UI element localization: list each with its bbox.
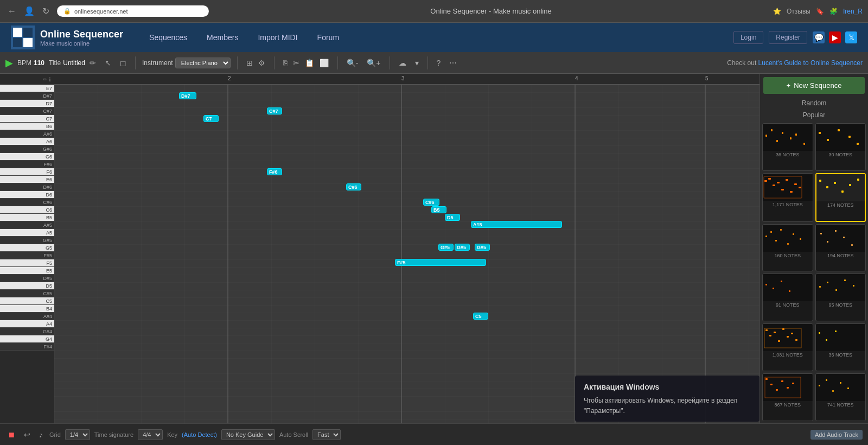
piano-key-d#7[interactable]: D#7 [0, 92, 54, 100]
metronome-button[interactable]: ♪ [37, 429, 45, 440]
help-button[interactable]: ? [435, 58, 443, 68]
loop-button[interactable]: ↩ [22, 429, 33, 440]
note-g#5-3[interactable]: G#5 [475, 244, 490, 251]
piano-key-d#5[interactable]: D#5 [0, 275, 54, 282]
timesig-select[interactable]: 4/4 [138, 429, 163, 440]
piano-key-a#6[interactable]: A#6 [0, 130, 54, 138]
piano-key-c#5[interactable]: C#5 [0, 290, 54, 297]
sequence-thumb-1[interactable]: 36 NOTES [762, 123, 813, 171]
new-sequence-button[interactable]: + New Sequence [763, 77, 865, 94]
piano-key-g4[interactable]: G4 [0, 335, 54, 343]
piano-key-c6[interactable]: C6 [0, 206, 54, 214]
cursor-tool-button[interactable]: ↖ [103, 58, 113, 68]
note-f6-2[interactable]: F#6 [267, 168, 282, 175]
sequence-thumb-5[interactable]: 160 NOTES [762, 224, 813, 272]
note-f#5[interactable]: F#5 [395, 259, 486, 266]
piano-key-c#6[interactable]: C#6 [0, 199, 54, 206]
piano-key-f#5[interactable]: F#5 [0, 252, 54, 259]
eraser-tool-button[interactable]: ◻ [118, 58, 129, 68]
sequence-thumb-12[interactable]: 741 NOTES [815, 373, 866, 421]
copy-button[interactable]: ⎘ [281, 58, 290, 68]
piano-key-f5[interactable]: F5 [0, 259, 54, 267]
note-d#6[interactable]: C#6 [346, 183, 361, 190]
piano-key-a#4[interactable]: A#4 [0, 313, 54, 320]
select-button[interactable]: ⬜ [317, 58, 331, 68]
grid-select[interactable]: 1/4 [65, 429, 90, 440]
note-d5-2[interactable]: D5 [445, 214, 460, 221]
youtube-icon[interactable]: ▶ [829, 31, 841, 43]
note-c#6[interactable]: C#6 [423, 199, 439, 206]
chat-icon[interactable]: 💬 [813, 31, 825, 43]
edit-title-button[interactable]: ✏ [87, 58, 98, 68]
note-d#7[interactable]: D#7 [179, 92, 196, 99]
twitter-icon[interactable]: 𝕏 [845, 31, 857, 43]
note-c#7[interactable]: C#7 [267, 107, 282, 115]
refresh-button[interactable]: ↻ [40, 5, 52, 17]
sequence-thumb-8[interactable]: 95 NOTES [815, 274, 866, 321]
address-bar[interactable]: 🔒 onlinesequencer.net [57, 5, 209, 17]
nav-import-midi[interactable]: Import MIDI [253, 31, 302, 44]
nav-sequences[interactable]: Sequences [145, 31, 192, 44]
piano-key-b6[interactable]: B6 [0, 123, 54, 130]
note-g#5-2[interactable]: G#5 [455, 244, 470, 251]
popular-button[interactable]: Popular [760, 109, 868, 121]
paste-button[interactable]: 📋 [303, 58, 316, 68]
grid-tool-button[interactable]: ⊞ [244, 58, 255, 68]
piano-key-d#6[interactable]: D#6 [0, 183, 54, 191]
piano-key-g5[interactable]: G5 [0, 244, 54, 252]
sequence-thumb-2[interactable]: 30 NOTES [815, 123, 866, 171]
random-button[interactable]: Random [760, 97, 868, 109]
piano-key-e6[interactable]: E6 [0, 176, 54, 183]
piano-key-g#6[interactable]: G#6 [0, 145, 54, 153]
nav-forum[interactable]: Forum [313, 31, 343, 44]
sequence-thumb-11[interactable]: 867 NOTES [762, 373, 813, 421]
scroll-select[interactable]: Fast [312, 429, 341, 440]
piano-key-b5[interactable]: B5 [0, 214, 54, 221]
login-button[interactable]: Login [733, 31, 763, 44]
sequence-thumb-10[interactable]: 36 NOTES [815, 323, 866, 371]
piano-key-d6[interactable]: D6 [0, 191, 54, 199]
piano-key-g#4[interactable]: G#4 [0, 328, 54, 335]
sequence-thumb-7[interactable]: 91 NOTES [762, 274, 813, 321]
profile-button[interactable]: 👤 [22, 5, 37, 17]
note-b5[interactable]: B5 [431, 206, 446, 213]
zoom-out-button[interactable]: 🔍- [344, 58, 361, 68]
note-g#5[interactable]: G#5 [438, 244, 454, 251]
piano-key-g6[interactable]: G6 [0, 153, 54, 161]
piano-key-d5[interactable]: D5 [0, 282, 54, 290]
piano-key-c#7[interactable]: C#7 [0, 107, 54, 115]
piano-key-f#6[interactable]: F#6 [0, 161, 54, 168]
note-a#5[interactable]: A#5 [471, 221, 562, 228]
piano-key-b4[interactable]: B4 [0, 305, 54, 313]
zoom-in-button[interactable]: 🔍+ [365, 58, 382, 68]
sequence-thumb-3[interactable]: 1,171 NOTES [762, 173, 813, 222]
piano-key-f6[interactable]: F6 [0, 168, 54, 176]
piano-key-a5[interactable]: A5 [0, 229, 54, 237]
settings-tool-button[interactable]: ⚙ [256, 58, 267, 68]
upload-button[interactable]: ☁ [397, 58, 409, 68]
piano-key-a#5[interactable]: A#5 [0, 221, 54, 229]
upload-arrow[interactable]: ▾ [413, 58, 421, 68]
key-select[interactable]: No Key Guide [221, 429, 275, 440]
back-button[interactable]: ← [5, 5, 18, 17]
piano-key-e7[interactable]: E7 [0, 85, 54, 92]
cut-button[interactable]: ✂ [291, 58, 302, 68]
piano-key-d7[interactable]: D7 [0, 100, 54, 107]
instrument-select[interactable]: Electric Piano [175, 58, 231, 68]
promo-link[interactable]: Lucent's Guide to Online Sequencer [758, 59, 863, 67]
piano-key-f#4[interactable]: F#4 [0, 343, 54, 351]
sequence-thumb-6[interactable]: 194 NOTES [815, 224, 866, 272]
note-c7[interactable]: C7 [203, 115, 219, 122]
sequence-thumb-9[interactable]: 1,081 NOTES [762, 323, 813, 371]
piano-key-c7[interactable]: C7 [0, 115, 54, 123]
piano-key-a4[interactable]: A4 [0, 320, 54, 328]
piano-key-a6[interactable]: A6 [0, 138, 54, 145]
add-audio-button[interactable]: Add Audio Track [810, 430, 863, 440]
piano-key-g#5[interactable]: G#5 [0, 237, 54, 244]
grid-body[interactable]: D#7 C7 C#7 F#6 C#6 C#6 B5 D5 A#5 G#5 G#5… [54, 85, 760, 423]
note-c5[interactable]: C5 [473, 313, 488, 320]
stop-button[interactable]: ⏹ [5, 429, 17, 440]
sequence-thumb-4[interactable]: 174 NOTES [815, 173, 866, 222]
nav-members[interactable]: Members [202, 31, 242, 44]
play-button[interactable]: ▶ [5, 57, 13, 69]
